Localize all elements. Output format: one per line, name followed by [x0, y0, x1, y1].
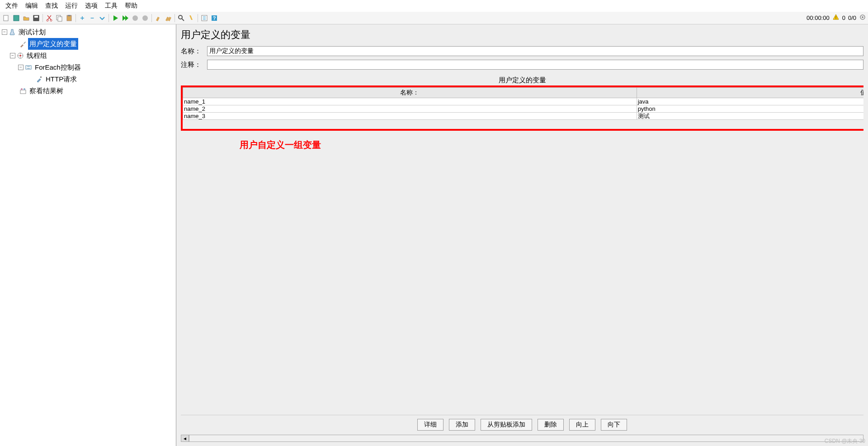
- horizontal-scrollbar[interactable]: ◄: [181, 434, 863, 442]
- run-icon[interactable]: [111, 14, 120, 23]
- pipette-icon: [35, 75, 43, 83]
- table-row[interactable]: name_1 java: [183, 98, 864, 105]
- shutdown-icon[interactable]: [141, 14, 150, 23]
- templates-icon[interactable]: [12, 14, 21, 23]
- cut-icon[interactable]: [45, 14, 54, 23]
- svg-point-10: [132, 15, 138, 21]
- svg-line-13: [182, 19, 184, 21]
- collapse-toggle-icon[interactable]: −: [2, 29, 7, 35]
- thread-count: 0/0: [848, 14, 856, 21]
- menu-search[interactable]: 查找: [42, 1, 61, 11]
- svg-rect-0: [4, 15, 8, 21]
- section-title: 用户定义的变量: [181, 76, 863, 85]
- svg-rect-25: [26, 66, 31, 69]
- menu-help[interactable]: 帮助: [121, 1, 141, 11]
- menubar: 文件 编辑 查找 运行 选项 工具 帮助: [0, 0, 868, 12]
- tree-user-vars[interactable]: 用户定义的变量: [2, 38, 174, 50]
- svg-point-12: [179, 15, 182, 19]
- expand-icon[interactable]: ＋: [78, 14, 87, 23]
- paste-icon[interactable]: [65, 14, 74, 23]
- svg-text:?: ?: [213, 15, 216, 21]
- menu-run[interactable]: 运行: [61, 1, 81, 11]
- panel-title: 用户定义的变量: [181, 28, 863, 42]
- menu-file[interactable]: 文件: [2, 1, 22, 11]
- table-row[interactable]: name_3 测试: [183, 113, 864, 120]
- table-row[interactable]: name_2 python: [183, 105, 864, 113]
- search-icon[interactable]: [177, 14, 186, 23]
- svg-rect-7: [58, 17, 62, 21]
- annotation-text: 用户自定义一组变量: [240, 139, 863, 151]
- content-panel: 用户定义的变量 名称： 注释： 用户定义的变量 名称：: [176, 24, 868, 446]
- results-icon: [19, 87, 27, 95]
- watermark: CSDN @未央·30: [825, 437, 865, 445]
- thread-icon: [16, 52, 24, 60]
- clipboard-add-button[interactable]: 从剪贴板添加: [481, 419, 532, 431]
- svg-point-24: [19, 55, 21, 57]
- svg-point-11: [142, 15, 148, 21]
- svg-rect-28: [40, 76, 42, 78]
- variables-table-highlight: 名称： 值 描述 name_1 java: [181, 85, 863, 131]
- tree-thread-group[interactable]: − 线程组: [2, 50, 174, 62]
- svg-point-22: [862, 16, 863, 18]
- new-icon[interactable]: [2, 14, 11, 23]
- add-button[interactable]: 添加: [449, 419, 475, 431]
- help-icon[interactable]: ?: [210, 14, 219, 23]
- name-input[interactable]: [207, 46, 863, 56]
- stop-icon[interactable]: [131, 14, 140, 23]
- menu-tools[interactable]: 工具: [101, 1, 121, 11]
- tools-icon: [19, 40, 27, 48]
- variables-table[interactable]: 名称： 值 描述 name_1 java: [183, 87, 863, 120]
- controller-icon: [24, 63, 33, 71]
- name-label: 名称：: [181, 47, 203, 56]
- down-button[interactable]: 向下: [601, 419, 627, 431]
- svg-point-30: [21, 88, 23, 90]
- col-name[interactable]: 名称：: [183, 88, 637, 98]
- clear-all-icon[interactable]: [164, 14, 173, 23]
- col-value[interactable]: 值: [637, 88, 863, 98]
- comment-input[interactable]: [207, 60, 863, 70]
- flask-icon: [8, 28, 16, 36]
- svg-rect-3: [34, 16, 38, 18]
- tree-http-request[interactable]: HTTP请求: [2, 73, 174, 85]
- tree-panel: − 测试计划 用户定义的变量 − 线程组 − ForEach控制器: [0, 24, 176, 446]
- button-row: 详细 添加 从剪贴板添加 删除 向上 向下: [181, 415, 863, 434]
- toolbar: ＋ － ? 00:00:00 ! 0 0/0: [0, 12, 868, 24]
- svg-rect-1: [14, 15, 19, 21]
- collapse-icon[interactable]: －: [88, 14, 97, 23]
- tree-test-plan[interactable]: − 测试计划: [2, 26, 174, 38]
- warning-count: 0: [842, 14, 845, 21]
- toggle-icon[interactable]: [98, 14, 107, 23]
- svg-text:!: !: [835, 15, 836, 20]
- run-notimers-icon[interactable]: [121, 14, 130, 23]
- warning-icon[interactable]: !: [832, 14, 840, 22]
- clear-icon[interactable]: [154, 14, 163, 23]
- comment-label: 注释：: [181, 61, 203, 69]
- elapsed-time: 00:00:00: [807, 14, 830, 21]
- delete-button[interactable]: 删除: [538, 419, 564, 431]
- svg-rect-29: [20, 90, 26, 94]
- up-button[interactable]: 向上: [569, 419, 595, 431]
- svg-rect-9: [68, 15, 71, 16]
- menu-edit[interactable]: 编辑: [22, 1, 42, 11]
- tree-foreach[interactable]: − ForEach控制器: [2, 62, 174, 73]
- scroll-left-icon[interactable]: ◄: [181, 435, 189, 442]
- collapse-toggle-icon[interactable]: −: [18, 65, 24, 70]
- reset-search-icon[interactable]: [187, 14, 196, 23]
- collapse-toggle-icon[interactable]: −: [10, 53, 15, 58]
- save-icon[interactable]: [32, 14, 41, 23]
- gear-icon[interactable]: [859, 14, 866, 22]
- menu-options[interactable]: 选项: [81, 1, 101, 11]
- copy-icon[interactable]: [55, 14, 64, 23]
- detail-button[interactable]: 详细: [417, 419, 443, 431]
- function-icon[interactable]: [200, 14, 209, 23]
- open-icon[interactable]: [22, 14, 31, 23]
- tree-result-tree[interactable]: 察看结果树: [2, 85, 174, 97]
- svg-point-31: [24, 88, 25, 90]
